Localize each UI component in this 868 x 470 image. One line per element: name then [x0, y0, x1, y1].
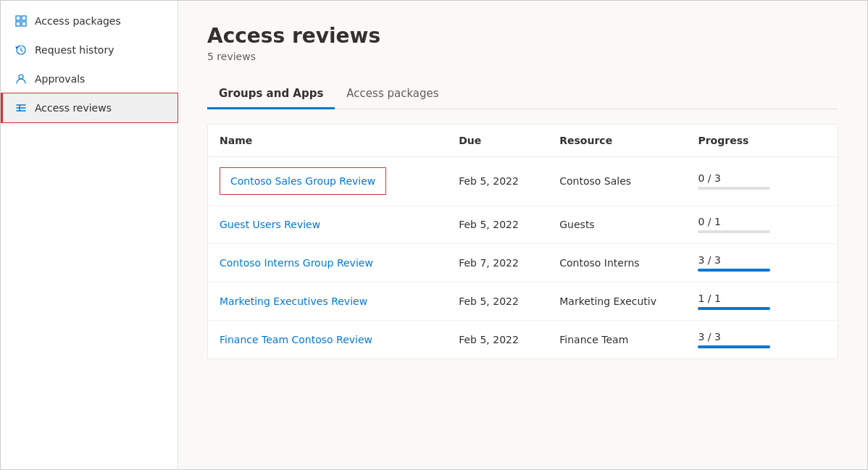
progress-bar-bg-row-5: [698, 345, 770, 348]
svg-rect-1: [22, 16, 26, 20]
progress-bar-fill-row-4: [698, 307, 770, 310]
col-header-progress: Progress: [686, 125, 838, 157]
highlighted-link-row-1[interactable]: Contoso Sales Group Review: [220, 167, 386, 195]
cell-due-row-2: Feb 5, 2022: [447, 206, 548, 244]
tab-access-packages[interactable]: Access packages: [335, 80, 450, 109]
cell-name-row-5: Finance Team Contoso Review: [208, 321, 447, 359]
table-row: Contoso Interns Group ReviewFeb 7, 2022C…: [208, 244, 838, 282]
table-row: Guest Users ReviewFeb 5, 2022Guests0 / 1: [208, 206, 838, 244]
cell-name-row-4: Marketing Executives Review: [208, 282, 447, 321]
sidebar-item-approvals[interactable]: Approvals: [1, 64, 178, 93]
cell-name-row-2: Guest Users Review: [208, 206, 447, 244]
main-content: Access reviews 5 reviews Groups and Apps…: [178, 1, 867, 469]
sidebar-item-access-packages[interactable]: Access packages: [1, 7, 178, 35]
page-title: Access reviews: [207, 24, 838, 48]
progress-text-row-3: 3 / 3: [698, 254, 826, 266]
cell-name-row-1: Contoso Sales Group Review: [208, 157, 447, 206]
svg-rect-0: [16, 16, 20, 20]
svg-rect-2: [16, 22, 20, 26]
sidebar-item-access-reviews[interactable]: Access reviews: [1, 93, 178, 122]
cell-name-row-3: Contoso Interns Group Review: [208, 244, 447, 282]
progress-bar-bg-row-3: [698, 269, 770, 272]
progress-bar-bg-row-1: [698, 187, 770, 190]
sidebar-label-request-history: Request history: [35, 44, 114, 56]
link-row-3[interactable]: Contoso Interns Group Review: [220, 257, 373, 269]
progress-text-row-4: 1 / 1: [698, 293, 826, 304]
sidebar-item-request-history[interactable]: Request history: [1, 35, 178, 64]
sidebar: Access packages Request history Approval…: [1, 1, 178, 469]
cell-resource-row-4: Marketing Executiv: [548, 282, 686, 321]
progress-bar-fill-row-3: [698, 269, 770, 272]
approvals-icon: [14, 73, 28, 85]
table-container: NameDueResourceProgress Contoso Sales Gr…: [207, 124, 838, 359]
progress-text-row-5: 3 / 3: [698, 331, 826, 343]
progress-bar-bg-row-4: [698, 307, 770, 310]
page-subtitle: 5 reviews: [207, 51, 838, 62]
cell-progress-row-1: 0 / 3: [686, 157, 838, 206]
cell-resource-row-1: Contoso Sales: [548, 157, 686, 206]
svg-point-4: [19, 75, 23, 79]
cell-progress-row-4: 1 / 1: [686, 282, 838, 321]
access-packages-icon: [14, 15, 28, 27]
sidebar-label-approvals: Approvals: [35, 73, 85, 85]
table-row: Contoso Sales Group ReviewFeb 5, 2022Con…: [208, 157, 838, 206]
progress-bar-bg-row-2: [698, 230, 770, 233]
col-header-resource: Resource: [548, 125, 686, 157]
progress-text-row-1: 0 / 3: [698, 172, 826, 184]
cell-progress-row-3: 3 / 3: [686, 244, 838, 282]
cell-due-row-5: Feb 5, 2022: [447, 321, 548, 359]
access-reviews-icon: [14, 102, 28, 114]
cell-resource-row-2: Guests: [548, 206, 686, 244]
cell-due-row-4: Feb 5, 2022: [447, 282, 548, 321]
progress-text-row-2: 0 / 1: [698, 216, 826, 227]
table-row: Marketing Executives ReviewFeb 5, 2022Ma…: [208, 282, 838, 321]
link-row-2[interactable]: Guest Users Review: [220, 219, 320, 230]
link-row-5[interactable]: Finance Team Contoso Review: [220, 334, 372, 345]
link-row-4[interactable]: Marketing Executives Review: [220, 295, 367, 307]
progress-bar-fill-row-5: [698, 345, 770, 348]
tabs-container: Groups and AppsAccess packages: [207, 80, 838, 109]
cell-progress-row-5: 3 / 3: [686, 321, 838, 359]
sidebar-label-access-reviews: Access reviews: [35, 102, 112, 114]
col-header-due: Due: [447, 125, 548, 157]
cell-resource-row-3: Contoso Interns: [548, 244, 686, 282]
request-history-icon: [14, 44, 28, 56]
table-header: NameDueResourceProgress: [208, 125, 838, 157]
sidebar-label-access-packages: Access packages: [35, 15, 121, 27]
cell-resource-row-5: Finance Team: [548, 321, 686, 359]
reviews-table: NameDueResourceProgress Contoso Sales Gr…: [208, 125, 838, 358]
col-header-name: Name: [208, 125, 447, 157]
table-row: Finance Team Contoso ReviewFeb 5, 2022Fi…: [208, 321, 838, 359]
tab-groups-and-apps[interactable]: Groups and Apps: [207, 80, 335, 109]
cell-progress-row-2: 0 / 1: [686, 206, 838, 244]
table-body: Contoso Sales Group ReviewFeb 5, 2022Con…: [208, 157, 838, 359]
svg-rect-3: [22, 22, 26, 26]
cell-due-row-1: Feb 5, 2022: [447, 157, 548, 206]
cell-due-row-3: Feb 7, 2022: [447, 244, 548, 282]
